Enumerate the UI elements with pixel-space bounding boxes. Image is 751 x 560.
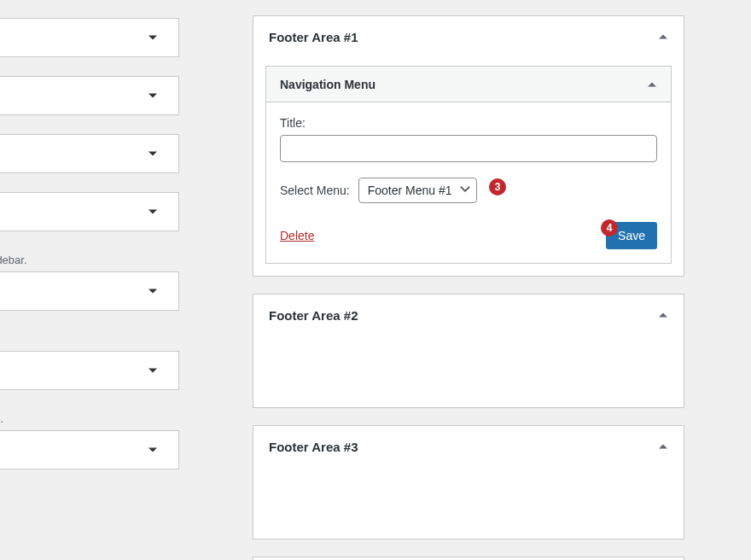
widget-areas-column: Footer Area #1 Navigation Menu Title: Se… — [253, 15, 684, 560]
available-widget[interactable] — [0, 430, 179, 470]
chevron-down-icon — [148, 90, 158, 101]
chevron-up-icon — [658, 32, 668, 42]
delete-link[interactable]: Delete — [280, 229, 314, 242]
available-widget[interactable] — [0, 18, 179, 57]
widget-navigation-menu: Navigation Menu Title: Select Menu: Foot… — [265, 66, 672, 264]
widget-desc-fragment: ts. — [0, 328, 179, 351]
widget-area-body: Navigation Menu Title: Select Menu: Foot… — [253, 57, 684, 276]
widget-area-header[interactable]: Footer Area #3 — [253, 426, 684, 467]
widget-area-body — [253, 335, 684, 407]
chevron-down-icon — [148, 207, 158, 217]
widget-area-title: Footer Area #3 — [269, 440, 358, 454]
widget-body: Title: Select Menu: Footer Menu #1 Delet… — [266, 102, 671, 263]
widget-title: Navigation Menu — [280, 78, 376, 91]
chevron-up-icon — [658, 310, 668, 320]
chevron-up-icon — [647, 79, 657, 90]
widget-header[interactable]: Navigation Menu — [266, 67, 671, 102]
widget-desc-fragment — [0, 0, 179, 18]
widget-area-title: Footer Area #1 — [269, 30, 358, 44]
chevron-down-icon — [148, 149, 158, 159]
widget-area-title: Footer Area #2 — [269, 308, 358, 323]
widget-area-footer-1: Footer Area #1 Navigation Menu Title: Se… — [253, 15, 684, 277]
widget-area-footer-3: Footer Area #3 — [253, 425, 684, 540]
select-menu-label: Select Menu: — [280, 184, 350, 197]
available-widget[interactable] — [0, 76, 179, 115]
select-menu-dropdown[interactable]: Footer Menu #1 — [358, 178, 477, 203]
select-menu-value: Footer Menu #1 — [368, 184, 452, 197]
chevron-down-icon — [148, 286, 158, 296]
save-button[interactable]: Save — [606, 222, 657, 249]
widget-area-body — [253, 467, 684, 539]
widget-area-partial — [253, 557, 684, 560]
title-input[interactable] — [280, 135, 657, 162]
widget-area-footer-2: Footer Area #2 — [253, 294, 684, 408]
chevron-down-icon — [148, 445, 158, 455]
available-widget[interactable] — [0, 134, 179, 173]
widget-area-header[interactable]: Footer Area #1 — [253, 16, 684, 57]
widget-area-header[interactable]: Footer Area #2 — [253, 295, 684, 335]
available-widget[interactable] — [0, 192, 179, 231]
chevron-down-icon — [148, 32, 158, 43]
chevron-down-icon — [148, 365, 158, 376]
title-label: Title: — [280, 116, 657, 130]
widget-desc-fragment: sidebar. — [0, 248, 179, 271]
available-widget[interactable] — [0, 351, 179, 390]
available-widget[interactable] — [0, 271, 179, 311]
chevron-up-icon — [658, 441, 668, 452]
chevron-down-icon — [459, 184, 471, 198]
widget-desc-fragment: ed. — [0, 407, 179, 430]
available-widgets-column: sidebar. ts. ed. — [0, 0, 179, 487]
